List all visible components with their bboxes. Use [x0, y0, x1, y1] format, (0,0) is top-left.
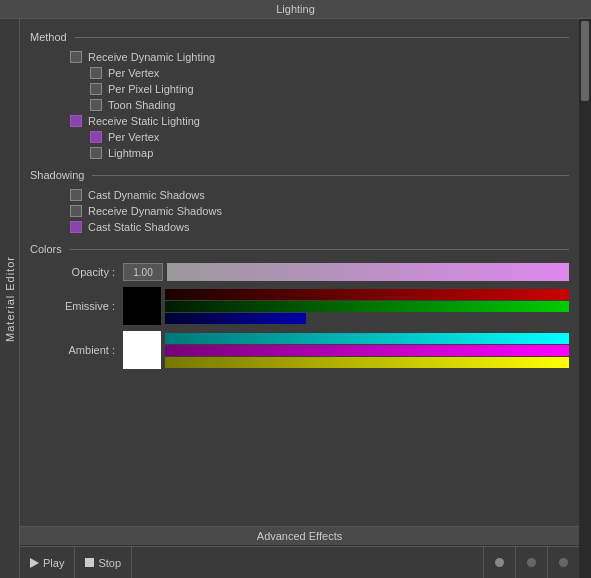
title-label: Lighting — [276, 3, 315, 15]
ambient-bar-magenta[interactable] — [165, 345, 569, 356]
side-label: Material Editor — [4, 256, 16, 342]
checkbox-lightmap[interactable] — [90, 147, 102, 159]
ambient-bar-yellow[interactable] — [165, 357, 569, 368]
record-button[interactable] — [483, 547, 515, 578]
opacity-label: Opacity : — [50, 266, 115, 278]
checkbox-row-per-vertex-dynamic[interactable]: Per Vertex — [30, 67, 569, 79]
checkbox-cast-static[interactable] — [70, 221, 82, 233]
title-bar: Lighting — [0, 0, 591, 19]
label-toon: Toon Shading — [108, 99, 175, 111]
ambient-bar-cyan[interactable] — [165, 333, 569, 344]
advanced-effects-bar[interactable]: Advanced Effects — [20, 526, 579, 546]
method-section: Method Receive Dynamic Lighting Per Vert… — [30, 31, 569, 159]
emissive-preview[interactable] — [123, 287, 161, 325]
ambient-label: Ambient : — [50, 344, 115, 356]
scrollbar[interactable] — [579, 19, 591, 578]
shadowing-section: Shadowing Cast Dynamic Shadows Receive D… — [30, 169, 569, 233]
ambient-bars — [165, 333, 569, 368]
label-lightmap: Lightmap — [108, 147, 153, 159]
checkbox-per-vertex-dynamic[interactable] — [90, 67, 102, 79]
colors-section-label: Colors — [30, 243, 62, 255]
scrollbar-thumb[interactable] — [581, 21, 589, 101]
checkbox-row-per-vertex-static[interactable]: Per Vertex — [30, 131, 569, 143]
emissive-bars — [165, 289, 569, 324]
main-container: Lighting Material Editor Method Receive — [0, 0, 591, 578]
emissive-label: Emissive : — [50, 300, 115, 312]
ambient-row: Ambient : — [30, 331, 569, 369]
record-icon — [495, 558, 504, 567]
checkbox-row-toon[interactable]: Toon Shading — [30, 99, 569, 111]
side-label-container: Material Editor — [0, 19, 20, 578]
advanced-effects-label: Advanced Effects — [257, 530, 342, 542]
stop-button[interactable]: Stop — [75, 547, 132, 578]
checkbox-receive-dynamic[interactable] — [70, 51, 82, 63]
opacity-bar — [167, 263, 569, 281]
checkbox-row-cast-static[interactable]: Cast Static Shadows — [30, 221, 569, 233]
label-per-pixel: Per Pixel Lighting — [108, 83, 194, 95]
extra-icon-1 — [527, 558, 536, 567]
play-icon — [30, 558, 39, 568]
method-divider — [75, 37, 569, 38]
checkbox-per-pixel[interactable] — [90, 83, 102, 95]
label-receive-dynamic: Receive Dynamic Lighting — [88, 51, 215, 63]
content-area: Method Receive Dynamic Lighting Per Vert… — [20, 19, 579, 526]
emissive-row: Emissive : — [30, 287, 569, 325]
checkbox-receive-static[interactable] — [70, 115, 82, 127]
checkbox-row-cast-dynamic[interactable]: Cast Dynamic Shadows — [30, 189, 569, 201]
emissive-bar-blue[interactable] — [165, 313, 306, 324]
checkbox-row-receive-static[interactable]: Receive Static Lighting — [30, 115, 569, 127]
shadowing-section-label: Shadowing — [30, 169, 84, 181]
ambient-preview[interactable] — [123, 331, 161, 369]
opacity-row: Opacity : — [30, 263, 569, 281]
checkbox-per-vertex-static[interactable] — [90, 131, 102, 143]
stop-icon — [85, 558, 94, 567]
emissive-bar-red[interactable] — [165, 289, 569, 300]
checkbox-row-receive-dynamic-shadow[interactable]: Receive Dynamic Shadows — [30, 205, 569, 217]
label-per-vertex-static: Per Vertex — [108, 131, 159, 143]
label-cast-dynamic: Cast Dynamic Shadows — [88, 189, 205, 201]
extra-icon-2 — [559, 558, 568, 567]
checkbox-toon[interactable] — [90, 99, 102, 111]
checkbox-row-receive-dynamic[interactable]: Receive Dynamic Lighting — [30, 51, 569, 63]
checkbox-cast-dynamic[interactable] — [70, 189, 82, 201]
label-receive-dynamic-shadow: Receive Dynamic Shadows — [88, 205, 222, 217]
extra-button-1[interactable] — [515, 547, 547, 578]
stop-label: Stop — [98, 557, 121, 569]
bottom-toolbar: Play Stop — [20, 546, 579, 578]
play-button[interactable]: Play — [20, 547, 75, 578]
label-receive-static: Receive Static Lighting — [88, 115, 200, 127]
extra-button-2[interactable] — [547, 547, 579, 578]
checkbox-row-per-pixel[interactable]: Per Pixel Lighting — [30, 83, 569, 95]
opacity-input[interactable] — [123, 263, 163, 281]
checkbox-row-lightmap[interactable]: Lightmap — [30, 147, 569, 159]
label-per-vertex-dynamic: Per Vertex — [108, 67, 159, 79]
play-label: Play — [43, 557, 64, 569]
colors-divider — [70, 249, 569, 250]
emissive-bar-green[interactable] — [165, 301, 569, 312]
label-cast-static: Cast Static Shadows — [88, 221, 190, 233]
colors-section: Colors Opacity : Emissive : — [30, 243, 569, 369]
shadowing-divider — [92, 175, 569, 176]
checkbox-receive-dynamic-shadow[interactable] — [70, 205, 82, 217]
method-section-label: Method — [30, 31, 67, 43]
